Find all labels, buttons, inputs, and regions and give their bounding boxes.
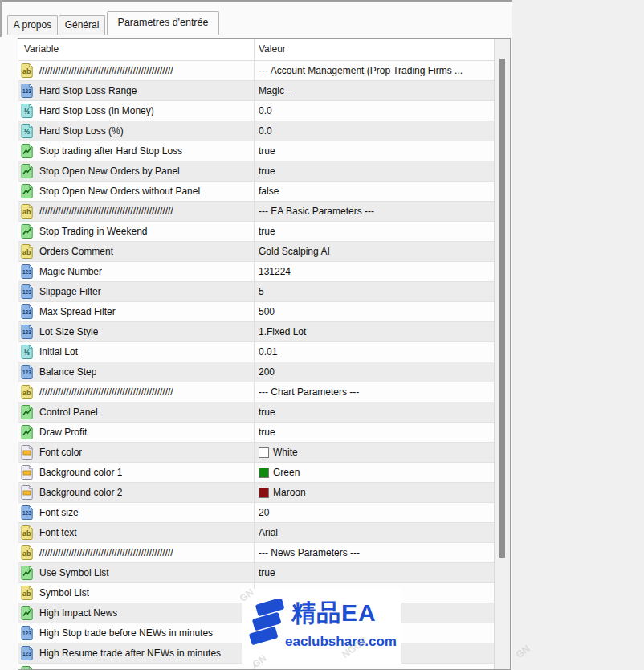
- table-row[interactable]: Medium Impact Newsfalse: [18, 664, 495, 670]
- table-row[interactable]: ab//////////////////////////////////////…: [18, 382, 495, 402]
- tab-a-propos[interactable]: A propos: [7, 15, 58, 35]
- text-icon: ab: [20, 384, 34, 400]
- table-row[interactable]: Font colorWhite: [18, 443, 495, 463]
- param-value[interactable]: 5: [259, 282, 493, 301]
- svg-text:½: ½: [24, 108, 31, 116]
- table-row[interactable]: Use Symbol Listtrue: [18, 563, 495, 583]
- table-row[interactable]: ab//////////////////////////////////////…: [18, 543, 495, 563]
- column-header-variable: Variable: [24, 39, 59, 60]
- param-value[interactable]: Magic_: [259, 81, 493, 100]
- param-name: Stop trading after Hard Stop Loss: [39, 145, 182, 157]
- param-value[interactable]: false: [259, 182, 493, 201]
- scrollbar-thumb[interactable]: [499, 59, 505, 558]
- param-value[interactable]: 1.Fixed Lot: [259, 322, 493, 341]
- param-name: High Resume trade after NEWs in minutes: [39, 648, 221, 659]
- text-icon: ab: [20, 545, 34, 561]
- table-row[interactable]: 123Balance Step200: [18, 362, 495, 382]
- table-row[interactable]: ½Initial Lot0.01: [18, 342, 495, 362]
- table-row[interactable]: ½Hard Stop Loss (%)0.0: [18, 121, 495, 141]
- table-row[interactable]: abFont textArial: [18, 523, 495, 543]
- text-icon: ab: [20, 585, 34, 601]
- param-value[interactable]: 0.0: [259, 101, 493, 121]
- table-row[interactable]: Background color 2Maroon: [18, 483, 495, 503]
- param-name: ////////////////////////////////////////…: [39, 65, 173, 76]
- number-icon: 123: [20, 364, 34, 380]
- table-row[interactable]: Stop Open New Orders by Paneltrue: [18, 161, 495, 182]
- vertical-scrollbar[interactable]: [494, 39, 510, 669]
- param-value[interactable]: 500: [259, 302, 493, 321]
- bool-icon: [20, 565, 34, 581]
- tab-parametres-entree[interactable]: Parametres d'entrée: [107, 11, 219, 35]
- param-value[interactable]: 0.0: [259, 121, 493, 141]
- param-name: Font color: [39, 447, 82, 458]
- param-value[interactable]: true: [259, 141, 493, 161]
- param-value[interactable]: false: [259, 664, 493, 670]
- param-value[interactable]: Maroon: [259, 483, 493, 502]
- param-value[interactable]: 131224: [259, 262, 493, 281]
- param-name: Balance Step: [39, 366, 96, 378]
- tab-general[interactable]: Général: [59, 15, 105, 35]
- param-name: Max Spread Filter: [39, 306, 116, 317]
- table-row[interactable]: 123Lot Size Style1.Fixed Lot: [18, 322, 495, 342]
- param-name: Hard Stop Loss Range: [39, 85, 137, 96]
- table-row[interactable]: 123Magic Number131224: [18, 262, 495, 282]
- tab-bar: A propos Général Parametres d'entrée: [0, 11, 514, 35]
- param-value[interactable]: true: [259, 402, 493, 422]
- color-icon: [20, 484, 34, 500]
- svg-text:ab: ab: [22, 549, 31, 558]
- param-value[interactable]: true: [259, 161, 493, 181]
- svg-text:ab: ab: [22, 389, 31, 397]
- svg-text:ab: ab: [22, 590, 31, 598]
- param-name: Background color 1: [39, 467, 122, 478]
- param-value[interactable]: Green: [259, 463, 493, 482]
- table-row[interactable]: Draw Profittrue: [18, 423, 495, 443]
- table-row[interactable]: Background color 1Green: [18, 463, 495, 483]
- param-value[interactable]: 20: [259, 503, 493, 522]
- param-value[interactable]: --- Chart Parameters ---: [259, 382, 493, 402]
- number-icon: 123: [20, 505, 34, 521]
- param-value[interactable]: Arial: [259, 523, 493, 542]
- param-value[interactable]: 200: [259, 362, 493, 382]
- svg-text:123: 123: [22, 651, 31, 656]
- table-row[interactable]: 123Max Spread Filter500: [18, 302, 495, 322]
- color-swatch: [259, 488, 269, 498]
- param-value[interactable]: true: [259, 423, 493, 442]
- table-row[interactable]: ab//////////////////////////////////////…: [18, 202, 495, 222]
- table-row[interactable]: Stop Trading in Weekendtrue: [18, 222, 495, 242]
- param-value[interactable]: Gold Scalping AI: [259, 242, 493, 261]
- param-name: Font size: [39, 507, 79, 518]
- watermark-site: eaclubshare.com: [285, 634, 397, 650]
- table-row[interactable]: 123Hard Stop Loss RangeMagic_: [18, 81, 495, 101]
- param-value[interactable]: true: [259, 563, 493, 582]
- table-row[interactable]: ½Hard Stop Loss (in Money)0.0: [18, 101, 495, 121]
- table-row[interactable]: Stop Open New Orders without Panelfalse: [18, 182, 495, 202]
- svg-text:½: ½: [24, 349, 31, 357]
- table-row[interactable]: Control Paneltrue: [18, 402, 495, 423]
- table-row[interactable]: ab//////////////////////////////////////…: [18, 61, 495, 81]
- param-value[interactable]: --- EA Basic Parameters ---: [259, 202, 493, 221]
- param-name: Magic Number: [39, 266, 102, 277]
- ea-inputs-dialog: A propos Général Parametres d'entrée Var…: [0, 0, 644, 670]
- bool-icon: [20, 665, 34, 670]
- svg-text:123: 123: [22, 309, 31, 315]
- double-icon: ½: [20, 123, 34, 139]
- param-value[interactable]: true: [259, 222, 493, 241]
- param-value[interactable]: 0.01: [259, 342, 493, 362]
- table-row[interactable]: Stop trading after Hard Stop Losstrue: [18, 141, 495, 161]
- param-value[interactable]: --- Account Management (Prop Trading Fir…: [259, 61, 493, 80]
- dialog-background: [512, 0, 644, 670]
- table-row[interactable]: 123Font size20: [18, 503, 495, 523]
- color-icon: [20, 444, 34, 460]
- param-value[interactable]: --- News Parameters ---: [259, 543, 493, 562]
- param-name: Stop Open New Orders by Panel: [39, 165, 180, 177]
- table-row[interactable]: abOrders CommentGold Scalping AI: [18, 242, 495, 262]
- color-swatch: [259, 468, 269, 478]
- color-icon: [20, 464, 34, 480]
- param-name: Slippage Filter: [39, 286, 101, 297]
- svg-text:ab: ab: [22, 529, 31, 537]
- table-row[interactable]: 123Slippage Filter5: [18, 282, 495, 302]
- number-icon: 123: [20, 645, 34, 661]
- color-swatch: [259, 447, 269, 458]
- number-icon: 123: [20, 625, 34, 641]
- param-value[interactable]: White: [259, 443, 493, 462]
